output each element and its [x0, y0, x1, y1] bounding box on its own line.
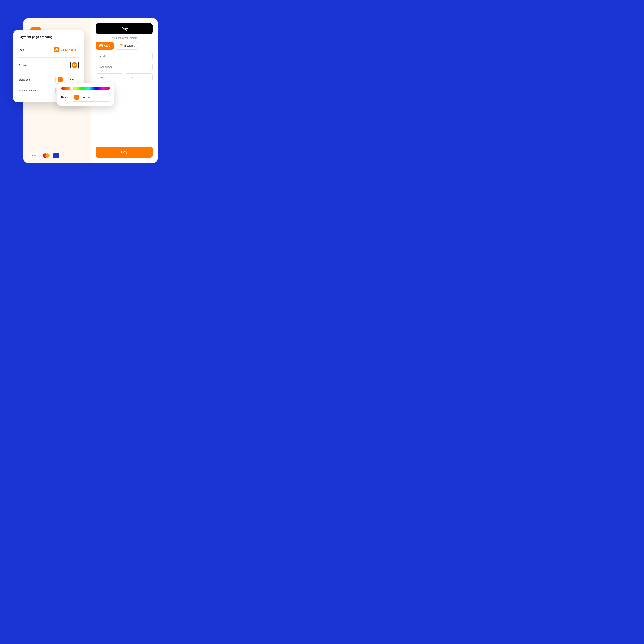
payment-method-divider: Another payment methid — [96, 37, 153, 39]
logo-label: Logo — [18, 48, 24, 51]
logo-field[interactable]: Unique space — [51, 45, 79, 54]
blue-badge-svg — [53, 153, 59, 158]
pci-badge: PCI DSS COMPLIANT — [30, 153, 39, 159]
tab-ewallet-label: E-wallet — [124, 44, 134, 47]
divider-text: Another payment methid — [111, 37, 137, 39]
apple-pay-label: Pay — [122, 26, 128, 31]
logo-mini-svg — [55, 48, 58, 51]
svg-point-21 — [74, 65, 75, 66]
branding-row-brand-color: Brand color #FF7800 — [18, 76, 79, 84]
svg-rect-16 — [120, 45, 121, 46]
branding-divider-top — [18, 42, 79, 42]
blue-badge — [53, 153, 59, 158]
svg-text:PCI: PCI — [31, 154, 33, 156]
logo-field-text: Unique space — [61, 48, 76, 51]
card-number-input[interactable] — [96, 63, 153, 71]
tab-card-label: Card — [104, 44, 110, 47]
favicon-svg — [73, 63, 76, 67]
bg-footer: PCI DSS COMPLIANT Mastercard ID Check — [30, 153, 59, 159]
branding-divider-1 — [18, 57, 79, 58]
svg-rect-3 — [30, 153, 39, 159]
favicon-icon — [72, 62, 77, 68]
svg-text:DSS: DSS — [34, 155, 36, 156]
logo-field-icon — [54, 47, 59, 52]
color-picker-bottom: Hex #FF7800 — [61, 93, 110, 102]
hex-value-text: #FF7800 — [81, 96, 91, 99]
svg-point-22 — [74, 64, 75, 64]
apple-pay-button[interactable]: Pay — [96, 23, 153, 34]
color-picker-popup: Hex #FF7800 — [57, 83, 114, 106]
color-slider-track[interactable] — [61, 87, 110, 90]
svg-text:COMPLIANT: COMPLIANT — [31, 156, 36, 157]
branding-row-favicon: Favicon — [18, 61, 79, 69]
tab-card[interactable]: Card — [96, 42, 114, 50]
svg-point-9 — [45, 153, 50, 158]
branding-panel-title: Payment page branding — [18, 35, 79, 39]
email-input[interactable] — [96, 52, 153, 60]
outer-container: Unique space PCI DSS COMPLIANT — [10, 10, 171, 171]
brand-color-field[interactable]: #FF7800 — [55, 76, 79, 84]
mastercard-svg: Mastercard ID Check — [42, 153, 50, 159]
tab-ewallet[interactable]: E-wallet — [116, 42, 138, 50]
hex-value-field[interactable]: #FF7800 — [72, 93, 110, 102]
svg-text:Mastercard: Mastercard — [43, 158, 48, 159]
hex-format-dropdown[interactable]: Hex — [61, 96, 69, 99]
chevron-down-icon — [67, 97, 69, 98]
card-details-row — [96, 73, 153, 81]
secondary-color-label: Secondary color — [18, 89, 37, 92]
pci-dss-svg: PCI DSS COMPLIANT — [30, 153, 39, 159]
payment-tabs: Card E-wallet — [96, 42, 153, 50]
branding-panel: Payment page branding Logo Unique space … — [13, 30, 84, 102]
card-tab-icon — [99, 44, 103, 47]
favicon-field[interactable] — [70, 61, 79, 69]
svg-rect-12 — [53, 153, 59, 158]
brand-color-label: Brand color — [18, 78, 31, 81]
brand-color-swatch — [58, 77, 63, 82]
ewallet-tab-icon — [120, 44, 123, 47]
hex-swatch — [74, 95, 79, 100]
mmyy-input[interactable] — [96, 73, 123, 81]
favicon-label: Favicon — [18, 64, 27, 67]
cvv-input[interactable] — [125, 73, 153, 81]
svg-point-18 — [56, 49, 57, 50]
hex-format-label: Hex — [61, 96, 66, 99]
color-slider-thumb[interactable] — [70, 87, 74, 90]
mastercard-badge: Mastercard ID Check — [42, 153, 50, 159]
pay-button[interactable]: Pay — [96, 147, 153, 158]
svg-point-19 — [56, 49, 57, 49]
brand-color-hex: #FF7800 — [64, 78, 74, 81]
branding-row-logo: Logo Unique space — [18, 45, 79, 54]
svg-rect-14 — [100, 45, 103, 46]
